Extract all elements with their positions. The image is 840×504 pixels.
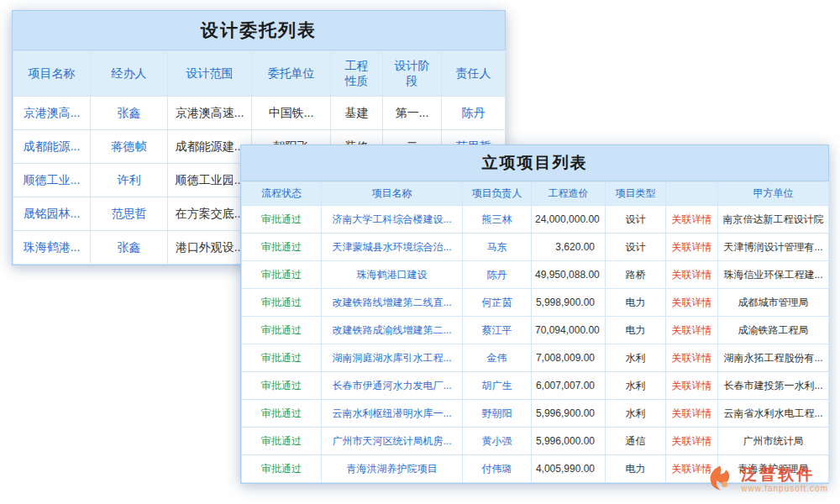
project-header-row: 流程状态 项目名称 项目负责人 工程造价 项目类型 甲方单位	[242, 182, 829, 206]
design-list-title: 设计委托列表	[201, 18, 317, 42]
handler-link[interactable]: 张鑫	[91, 97, 168, 130]
col-owner: 责任人	[442, 51, 506, 97]
project-name-link[interactable]: 京港澳高...	[13, 97, 91, 130]
cost-cell: 4,005,990.00	[532, 455, 606, 483]
col-project-cost: 工程造价	[532, 182, 606, 206]
project-name-link[interactable]: 成都能源...	[13, 130, 91, 164]
detail-link[interactable]: 关联详情	[666, 289, 718, 317]
type-cell: 电力	[606, 455, 666, 483]
project-name-link[interactable]: 改建铁路线增建第二线直...	[322, 289, 463, 317]
table-row: 审批通过 湖南洞庭湖水库引水工程... 金伟 7,008,009.00 水利 关…	[242, 344, 829, 372]
project-name-link[interactable]: 云南水利枢纽潜明水库一...	[322, 400, 463, 428]
type-cell: 设计	[606, 234, 666, 261]
project-list-title: 立项项目列表	[482, 152, 588, 174]
status-cell: 审批通过	[242, 428, 322, 455]
detail-link[interactable]: 关联详情	[666, 206, 718, 234]
detail-link[interactable]: 关联详情	[666, 344, 718, 372]
handler-link[interactable]: 蒋德帧	[91, 130, 168, 164]
table-row: 审批通过 广州市天河区统计局机房... 黄小强 5,996,000.00 通信 …	[242, 428, 829, 455]
detail-link[interactable]: 关联详情	[666, 317, 718, 344]
cost-cell: 7,008,009.00	[532, 344, 606, 372]
party-cell: 云南省水利水电工程...	[718, 400, 829, 428]
owner-link[interactable]: 陈丹	[442, 97, 506, 130]
table-row: 审批通过 济南大学工科综合楼建设... 熊三林 24,000,000.00 设计…	[242, 206, 829, 234]
col-party-a: 甲方单位	[718, 182, 829, 206]
party-cell: 天津博润设计管理有...	[718, 234, 829, 261]
handler-link[interactable]: 范思哲	[91, 197, 168, 231]
project-name-link[interactable]: 改建铁路成渝线增建第二...	[322, 317, 463, 344]
party-cell: 成渝铁路工程局	[718, 317, 829, 344]
status-cell: 审批通过	[242, 455, 322, 483]
status-cell: 审批通过	[242, 261, 322, 289]
type-cell: 电力	[606, 289, 666, 317]
project-name-link[interactable]: 长春市伊通河水力发电厂...	[322, 372, 463, 400]
cost-cell: 5,998,900.00	[532, 289, 606, 317]
leader-link[interactable]: 胡广生	[463, 372, 532, 400]
col-project-type: 项目类型	[606, 182, 666, 206]
design-scope-cell: 京港澳高速...	[168, 97, 252, 130]
leader-link[interactable]: 付伟璐	[463, 455, 532, 483]
col-project-name: 项目名称	[13, 51, 91, 97]
leader-link[interactable]: 野朝阳	[463, 400, 532, 428]
leader-link[interactable]: 熊三林	[463, 206, 532, 234]
handler-link[interactable]: 许利	[91, 164, 168, 197]
type-cell: 设计	[606, 206, 666, 234]
handler-link[interactable]: 张鑫	[91, 231, 168, 265]
cost-cell: 70,094,000.00	[532, 317, 606, 344]
col-detail	[666, 182, 718, 206]
leader-link[interactable]: 黄小强	[463, 428, 532, 455]
brand-website: www.fanpusoft.com	[741, 484, 828, 493]
project-name-link[interactable]: 顺德工业...	[13, 164, 91, 197]
detail-link[interactable]: 关联详情	[666, 261, 718, 289]
cost-cell: 3,620.00	[532, 234, 606, 261]
party-cell: 湖南永拓工程股份有...	[718, 344, 829, 372]
col-flow-status: 流程状态	[242, 182, 322, 206]
design-header-row: 项目名称 经办人 设计范围 委托单位 工程性质 设计阶段 责任人	[13, 51, 506, 97]
leader-link[interactable]: 陈丹	[463, 261, 532, 289]
project-name-link[interactable]: 珠海鹤港...	[13, 231, 91, 265]
detail-link[interactable]: 关联详情	[666, 234, 718, 261]
cost-cell: 5,996,900.00	[532, 400, 606, 428]
table-row: 审批通过 改建铁路成渝线增建第二... 蔡江平 70,094,000.00 电力…	[242, 317, 829, 344]
fanpu-watermark: 泛普软件 www.fanpusoft.com	[704, 464, 828, 496]
design-scope-cell: 成都能源建...	[168, 130, 252, 164]
project-name-link[interactable]: 广州市天河区统计局机房...	[322, 428, 463, 455]
type-cell: 电力	[606, 317, 666, 344]
party-cell: 广州市统计局	[718, 428, 829, 455]
fanpu-brand-text: 泛普软件 www.fanpusoft.com	[741, 466, 828, 493]
col-handler: 经办人	[91, 51, 168, 97]
status-cell: 审批通过	[242, 372, 322, 400]
party-cell: 南京倍达新工程设计院	[718, 206, 829, 234]
project-list-window: 立项项目列表 流程状态 项目名称 项目负责人 工程造价 项目类型 甲方单位	[240, 144, 829, 484]
type-cell: 水利	[606, 372, 666, 400]
design-scope-cell: 在方案交底...	[168, 197, 252, 231]
leader-link[interactable]: 金伟	[463, 344, 532, 372]
desktop: 设计委托列表 项目名称 经办人 设计范围 委托单位 工程性质 设计阶段 责任人	[0, 0, 840, 504]
detail-link[interactable]: 关联详情	[666, 400, 718, 428]
project-name-link[interactable]: 青海洪湖养护院项目	[322, 455, 463, 483]
col-project-leader: 项目负责人	[463, 182, 532, 206]
project-name-link[interactable]: 晟铭园林...	[13, 197, 91, 231]
leader-link[interactable]: 蔡江平	[463, 317, 532, 344]
status-cell: 审批通过	[242, 289, 322, 317]
table-row: 审批通过 天津蒙城县水环境综合治... 马东 3,620.00 设计 关联详情 …	[242, 234, 829, 261]
project-name-link[interactable]: 湖南洞庭湖水库引水工程...	[322, 344, 463, 372]
project-name-link[interactable]: 济南大学工科综合楼建设...	[322, 206, 463, 234]
detail-link[interactable]: 关联详情	[666, 372, 718, 400]
col-client-unit: 委托单位	[252, 51, 331, 97]
project-list-titlebar: 立项项目列表	[241, 145, 828, 181]
design-scope-cell: 港口外观设...	[168, 231, 252, 265]
leader-link[interactable]: 马东	[463, 234, 532, 261]
col-design-stage: 设计阶段	[383, 51, 442, 97]
stage-cell: 第一...	[383, 97, 442, 130]
project-name-link[interactable]: 珠海鹤港口建设	[322, 261, 463, 289]
project-name-link[interactable]: 天津蒙城县水环境综合治...	[322, 234, 463, 261]
type-cell: 水利	[606, 344, 666, 372]
table-row: 审批通过 长春市伊通河水力发电厂... 胡广生 6,007,007.00 水利 …	[242, 372, 829, 400]
cost-cell: 5,996,000.00	[532, 428, 606, 455]
party-cell: 长春市建投第一水利...	[718, 372, 829, 400]
detail-link[interactable]: 关联详情	[666, 428, 718, 455]
design-scope-cell: 顺德工业园...	[168, 164, 252, 197]
leader-link[interactable]: 何芷茵	[463, 289, 532, 317]
col-project-nature: 工程性质	[331, 51, 383, 97]
